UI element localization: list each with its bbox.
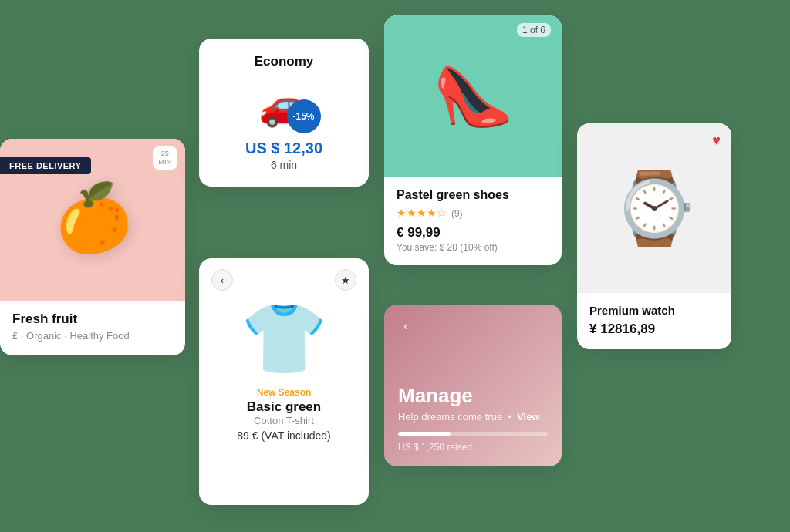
tshirt-nav-row: ‹ ★ — [211, 269, 356, 291]
discount-badge: -15% — [287, 99, 321, 133]
tshirt-season: New Season — [211, 387, 356, 398]
tshirt-card: ‹ ★ 👕 New Season Basic green Cotton T-sh… — [199, 258, 369, 505]
fruit-title: Fresh fruit — [12, 311, 173, 327]
fruit-card-image: FREE DELIVERY 25 MIN 🍊 — [0, 139, 185, 301]
fruit-card-info: Fresh fruit £ · Organic · Healthy Food — [0, 301, 185, 355]
car-image-wrap: 🚗 -15% — [258, 80, 310, 129]
tshirt-price: 89 € (VAT included) — [211, 429, 356, 442]
manage-subtitle-text: Help dreams come true — [398, 411, 502, 423]
watch-title: Premium watch — [589, 304, 719, 317]
manage-content: Manage Help dreams come true • View US $… — [384, 384, 562, 453]
manage-progress-bar — [398, 432, 548, 436]
tshirt-favorite-button[interactable]: ★ — [335, 269, 356, 291]
watch-image-section: ♥ ⌚ — [577, 123, 731, 293]
manage-progress-fill — [398, 432, 451, 436]
watch-image: ⌚ — [611, 168, 697, 249]
shoes-saving: You save: $ 20 (10% off) — [397, 242, 549, 253]
fruit-image: 🍊 — [47, 180, 137, 259]
time-value: 25 — [159, 150, 172, 158]
car-card: Economy 🚗 -15% US $ 12,30 6 min — [199, 39, 369, 187]
car-price: US $ 12,30 — [211, 140, 356, 157]
shoes-stars: ★★★★☆ (9) — [397, 207, 549, 219]
shoes-card: 1 of 6 👠 Pastel green shoes ★★★★☆ (9) € … — [384, 15, 562, 265]
manage-title: Manage — [398, 384, 548, 408]
fruit-subtitle: £ · Organic · Healthy Food — [12, 330, 173, 342]
car-card-title: Economy — [211, 54, 356, 69]
shoes-image: 👠 — [429, 54, 518, 139]
shoes-counter: 1 of 6 — [517, 23, 551, 37]
tshirt-type: Cotton T-shirt — [211, 415, 356, 426]
car-eta: 6 min — [211, 159, 356, 171]
watch-price: ¥ 12816,89 — [589, 322, 719, 337]
shoes-title: Pastel green shoes — [397, 188, 549, 202]
time-unit: MIN — [159, 158, 172, 167]
fruit-card: FREE DELIVERY 25 MIN 🍊 Fresh fruit £ · O… — [0, 139, 185, 355]
manage-card: ‹ Manage Help dreams come true • View US… — [384, 305, 562, 466]
time-badge: 25 MIN — [153, 146, 178, 170]
manage-subtitle: Help dreams come true • View — [398, 411, 548, 423]
tshirt-image: 👕 — [211, 298, 356, 379]
watch-info: Premium watch ¥ 12816,89 — [577, 293, 731, 337]
watch-card: ♥ ⌚ Premium watch ¥ 12816,89 — [577, 123, 731, 349]
tshirt-back-button[interactable]: ‹ — [211, 269, 233, 291]
manage-back-button[interactable]: ‹ — [395, 315, 417, 337]
manage-raised: US $ 1,250 raised — [398, 442, 548, 453]
shoes-image-section: 1 of 6 👠 — [384, 15, 562, 177]
watch-favorite-icon[interactable]: ♥ — [712, 133, 721, 149]
shoes-review-count: (9) — [451, 208, 463, 219]
manage-view-link[interactable]: View — [517, 411, 539, 423]
shoes-info: Pastel green shoes ★★★★☆ (9) € 99,99 You… — [384, 177, 562, 253]
shoes-price: € 99,99 — [397, 225, 549, 241]
free-delivery-badge: FREE DELIVERY — [0, 157, 91, 174]
tshirt-name: Basic green — [211, 399, 356, 415]
